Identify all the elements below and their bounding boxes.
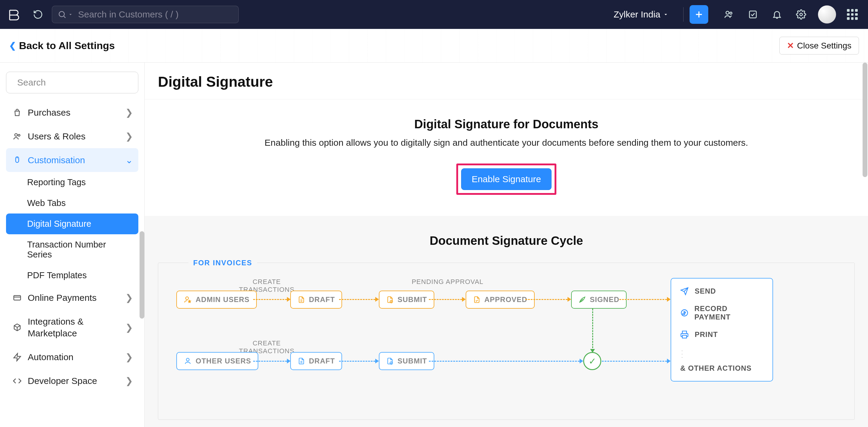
chevron-right-icon: ❯ (125, 292, 133, 303)
action-other: & OTHER ACTIONS (680, 364, 764, 372)
node-admin-users: ADMIN USERS (176, 291, 257, 309)
svg-marker-14 (14, 353, 21, 361)
node-signed: SIGNED (571, 291, 627, 309)
action-label: PRINT (695, 330, 718, 339)
chevron-right-icon: ❯ (125, 107, 133, 118)
sidebar-sub-reporting-tags[interactable]: Reporting Tags (6, 172, 138, 193)
code-icon (11, 376, 23, 386)
sidebar-item-label: Customisation (28, 154, 125, 166)
sidebar-item-users-roles[interactable]: Users & Roles ❯ (6, 124, 138, 148)
refresh-icon[interactable] (31, 8, 44, 21)
node-label: OTHER USERS (195, 357, 251, 365)
sidebar-item-label: Online Payments (28, 292, 125, 303)
node-label: ADMIN USERS (195, 295, 250, 304)
node-approved: APPROVED (466, 291, 535, 309)
sidebar-sub-web-tabs[interactable]: Web Tabs (6, 193, 138, 214)
send-icon (680, 287, 689, 295)
main-content: Purchases ❯ Users & Roles ❯ Customisatio… (0, 63, 868, 427)
apps-grid-icon[interactable] (844, 6, 861, 23)
sidebar-item-developer-space[interactable]: Developer Space ❯ (6, 369, 138, 393)
svg-line-1 (64, 16, 65, 18)
settings-sidebar: Purchases ❯ Users & Roles ❯ Customisatio… (0, 63, 145, 427)
page-title: Digital Signature (145, 63, 868, 99)
chevron-right-icon: ❯ (125, 131, 133, 141)
org-switcher[interactable]: Zylker India (614, 9, 669, 20)
chevron-right-icon: ❯ (125, 375, 133, 386)
svg-point-5 (730, 12, 732, 14)
node-draft: DRAFT (290, 291, 342, 309)
node-draft2: DRAFT (290, 352, 342, 370)
chevron-down-icon: ⌄ (125, 155, 133, 165)
svg-point-7 (800, 13, 803, 16)
tasks-icon[interactable] (744, 6, 761, 23)
node-submit2: SUBMIT (379, 352, 434, 370)
sidebar-sub-digital-signature[interactable]: Digital Signature (6, 214, 138, 234)
people-icon[interactable] (720, 6, 737, 23)
cycle-legend: FOR INVOICES (188, 259, 257, 267)
bolt-icon (11, 353, 23, 362)
enable-signature-button[interactable]: Enable Signature (461, 168, 552, 190)
svg-rect-12 (14, 295, 21, 300)
sidebar-item-online-payments[interactable]: Online Payments ❯ (6, 286, 138, 309)
chevron-left-icon: ❮ (9, 41, 16, 51)
hero-description: Enabling this option allows you to digit… (158, 138, 855, 148)
sidebar-item-label: Automation (28, 351, 125, 363)
doc-arrow-icon (386, 357, 394, 365)
content-area: Digital Signature Digital Signature for … (145, 63, 868, 427)
global-search-input[interactable] (78, 9, 233, 20)
svg-marker-16 (188, 300, 190, 302)
node-label: DRAFT (309, 295, 335, 304)
close-settings-button[interactable]: ✕ Close Settings (779, 37, 859, 55)
sidebar-item-automation[interactable]: Automation ❯ (6, 345, 138, 369)
customisation-icon (11, 156, 23, 165)
sidebar-search-input[interactable] (17, 77, 132, 88)
flow-diagram: CREATE TRANSACTIONS PENDING APPROVAL CRE… (176, 278, 836, 398)
doc-icon (298, 357, 305, 365)
svg-rect-6 (749, 11, 756, 18)
highlight-annotation: Enable Signature (456, 164, 556, 195)
node-label: SIGNED (590, 295, 619, 304)
content-scrollbar[interactable] (863, 63, 867, 177)
action-send: SEND (680, 287, 764, 295)
cube-icon (11, 323, 23, 332)
subheader: ❮ Back to All Settings ✕ Close Settings (0, 29, 868, 63)
invoice-cycle-box: FOR INVOICES CREATE TRANSACTIONS PENDING… (158, 263, 855, 420)
svg-point-10 (15, 133, 18, 136)
notifications-icon[interactable] (769, 6, 785, 23)
sidebar-item-customisation[interactable]: Customisation ⌄ (6, 148, 138, 172)
action-record-payment: RECORD PAYMENT (680, 304, 764, 321)
doc-arrow-icon (386, 296, 394, 303)
node-label: SUBMIT (398, 295, 427, 304)
bag-icon (11, 108, 23, 117)
sidebar-item-label: Integrations & Marketplace (28, 316, 125, 339)
sidebar-scrollbar[interactable] (140, 231, 144, 319)
sidebar-sub-transaction-number[interactable]: Transaction Number Series (6, 234, 138, 265)
actions-box: SEND RECORD PAYMENT PRINT ... & OTHER (671, 278, 773, 382)
sidebar-item-purchases[interactable]: Purchases ❯ (6, 101, 138, 124)
sidebar-item-label: Purchases (28, 107, 125, 118)
back-to-settings-link[interactable]: ❮ Back to All Settings (9, 40, 115, 52)
settings-icon[interactable] (793, 6, 809, 23)
node-submit: SUBMIT (379, 291, 434, 309)
close-icon: ✕ (787, 41, 794, 51)
add-button[interactable] (689, 5, 708, 24)
card-icon (11, 293, 23, 302)
sidebar-item-integrations[interactable]: Integrations & Marketplace ❯ (6, 309, 138, 345)
svg-point-0 (59, 11, 64, 17)
close-label: Close Settings (797, 41, 851, 51)
print-icon (680, 330, 689, 339)
avatar[interactable] (818, 5, 836, 24)
global-search[interactable] (52, 6, 239, 23)
sidebar-sub-pdf-templates[interactable]: PDF Templates (6, 265, 138, 286)
sidebar-search[interactable] (6, 72, 138, 93)
app-logo[interactable] (7, 8, 21, 21)
back-label: Back to All Settings (19, 40, 115, 52)
user-star-icon (184, 295, 192, 304)
svg-point-11 (18, 134, 20, 136)
chevron-down-icon (663, 11, 669, 18)
feather-icon (578, 296, 586, 303)
svg-point-15 (186, 297, 188, 300)
check-circle-icon: ✓ (583, 352, 601, 370)
action-label: RECORD PAYMENT (694, 304, 764, 321)
node-other-users: OTHER USERS (176, 352, 258, 370)
